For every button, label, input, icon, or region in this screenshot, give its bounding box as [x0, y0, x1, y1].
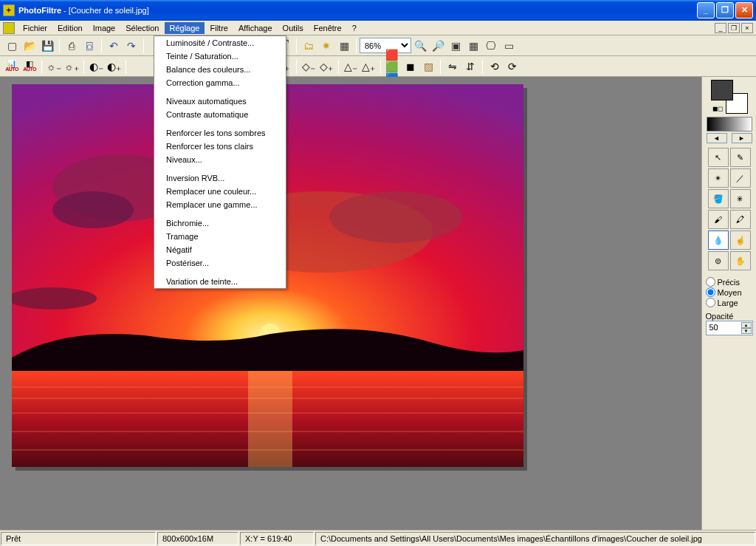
- menu-reglage[interactable]: Réglage: [165, 22, 205, 34]
- clone-tool[interactable]: ⊜: [708, 251, 729, 270]
- dd-bichromie[interactable]: Bichromie...: [154, 216, 286, 230]
- dd-niveaux-auto[interactable]: Niveaux automatiques: [154, 95, 286, 108]
- menu-edition[interactable]: Edition: [52, 22, 88, 34]
- hue-minus[interactable]: △₋: [343, 58, 359, 75]
- dd-balance[interactable]: Balance des couleurs...: [154, 63, 286, 76]
- dd-negatif[interactable]: Négatif: [154, 243, 286, 256]
- saturation-minus[interactable]: ◇₋: [300, 58, 317, 75]
- doc-title: - [Coucher de soleil.jpg]: [61, 6, 149, 15]
- rgb-swap-button[interactable]: 🟥🟩🟦: [385, 58, 401, 75]
- grayscale-button[interactable]: ◼: [402, 58, 419, 75]
- dd-remplacer-couleur[interactable]: Remplacer une couleur...: [154, 185, 286, 198]
- line-tool[interactable]: ／: [730, 168, 751, 188]
- menu-affichage[interactable]: Affichage: [233, 22, 278, 34]
- dd-teinte[interactable]: Teinte / Saturation...: [154, 50, 286, 63]
- opacity-label: Opacité: [706, 312, 753, 321]
- dd-tonsclairs[interactable]: Renforcer les tons clairs: [154, 140, 286, 153]
- move-tool[interactable]: ✋: [730, 251, 751, 270]
- contrast-minus[interactable]: ◐₋: [88, 58, 104, 75]
- fullscreen-button[interactable]: 🖵: [483, 38, 499, 54]
- mdi-minimize[interactable]: _: [715, 23, 726, 33]
- app-title: PhotoFiltre: [18, 6, 61, 15]
- opacity-up[interactable]: ▲: [741, 322, 752, 328]
- dd-variation[interactable]: Variation de teinte...: [154, 275, 286, 288]
- flip-v-button[interactable]: ⇵: [462, 58, 478, 75]
- dd-luminosite[interactable]: Luminosité / Contraste...: [154, 36, 286, 50]
- dd-gamma[interactable]: Correction gamma...: [154, 76, 286, 89]
- menu-help[interactable]: ?: [347, 22, 362, 34]
- dd-inversion[interactable]: Inversion RVB...: [154, 171, 286, 185]
- svg-point-2: [52, 191, 134, 228]
- slideshow-button[interactable]: ▭: [501, 38, 517, 54]
- print-button[interactable]: ⎙: [63, 38, 80, 54]
- smudge-tool[interactable]: ☝: [730, 231, 751, 250]
- swap-colors-icon[interactable]: ◼◻: [712, 105, 723, 112]
- flip-h-button[interactable]: ⇋: [444, 58, 461, 75]
- opacity-spinner[interactable]: 50 ▲▼: [706, 321, 753, 335]
- dd-tramage[interactable]: Tramage: [154, 230, 286, 243]
- grad-next-button[interactable]: ►: [732, 133, 752, 143]
- rotate-ccw-button[interactable]: ⟲: [487, 58, 503, 75]
- app-small-icon: [3, 22, 15, 34]
- foreground-color[interactable]: [711, 80, 733, 100]
- grad-prev-button[interactable]: ◄: [707, 133, 727, 143]
- menu-filtre[interactable]: Filtre: [205, 22, 233, 34]
- fit-window-button[interactable]: ▣: [447, 38, 464, 54]
- mdi-restore[interactable]: ❐: [728, 23, 740, 33]
- opt-precis[interactable]: Précis: [706, 277, 753, 287]
- dd-contraste-auto[interactable]: Contraste automatique: [154, 108, 286, 121]
- fill-tool[interactable]: 🪣: [708, 189, 729, 208]
- opt-moyen[interactable]: Moyen: [706, 287, 753, 297]
- brightness-minus[interactable]: ☼₋: [46, 58, 62, 75]
- zoom-in-button[interactable]: 🔍: [412, 38, 428, 54]
- rotate-cw-button[interactable]: ⟳: [504, 58, 520, 75]
- actual-size-button[interactable]: ▦: [465, 38, 481, 54]
- save-button[interactable]: 💾: [39, 38, 55, 54]
- zoom-out-button[interactable]: 🔎: [430, 38, 446, 54]
- adv-brush-tool[interactable]: 🖍: [730, 210, 751, 229]
- window-titlebar: ✦ PhotoFiltre - [Coucher de soleil.jpg] …: [0, 0, 756, 21]
- new-button[interactable]: ▢: [4, 38, 20, 54]
- menu-selection[interactable]: Sélection: [120, 22, 164, 34]
- scan-button[interactable]: ⌼: [81, 38, 97, 54]
- undo-button[interactable]: ↶: [106, 38, 122, 54]
- module-button[interactable]: ✷: [318, 38, 334, 54]
- dd-remplacer-gamme[interactable]: Remplacer une gamme...: [154, 198, 286, 211]
- canvas-area[interactable]: [0, 77, 701, 530]
- opt-large[interactable]: Large: [706, 298, 753, 307]
- open-button[interactable]: 📂: [21, 38, 38, 54]
- redo-button[interactable]: ↷: [123, 38, 140, 54]
- pointer-tool[interactable]: ↖: [708, 148, 729, 167]
- brightness-plus[interactable]: ☼₊: [63, 58, 80, 75]
- dd-tonssombres[interactable]: Renforcer les tons sombres: [154, 126, 286, 140]
- contrast-plus[interactable]: ◐₊: [106, 58, 122, 75]
- menu-image[interactable]: Image: [88, 22, 121, 34]
- saturation-plus[interactable]: ◇₊: [318, 58, 334, 75]
- pipette-tool[interactable]: ✎: [730, 148, 751, 167]
- auto-contrast-button[interactable]: ◧AUTO: [21, 58, 38, 75]
- gradient-bar[interactable]: [707, 117, 752, 132]
- dd-niveaux[interactable]: Niveaux...: [154, 153, 286, 166]
- window-maximize-button[interactable]: ❐: [716, 2, 734, 18]
- sepia-button[interactable]: ▨: [420, 58, 436, 75]
- auto-levels-button[interactable]: 📊AUTO: [4, 58, 20, 75]
- opacity-down[interactable]: ▼: [741, 328, 752, 334]
- automate-button[interactable]: ▦: [336, 38, 352, 54]
- mdi-close[interactable]: ×: [741, 23, 753, 33]
- spray-tool[interactable]: ⛯: [730, 189, 751, 208]
- statusbar: Prêt 800x600x16M X:Y = 619:40 C:\Documen…: [0, 530, 756, 546]
- toolbar-main: ▢ 📂 💾 ⎙ ⌼ ↶ ↷ T 🗂 ✷ ▦ 86% 🔍 🔎 ▣ ▦ 🖵 ▭: [0, 35, 756, 56]
- svg-point-4: [329, 191, 462, 243]
- window-minimize-button[interactable]: _: [697, 2, 715, 18]
- explore-button[interactable]: 🗂: [300, 38, 317, 54]
- brush-tool[interactable]: 🖌: [708, 210, 729, 229]
- menu-outils[interactable]: Outils: [278, 22, 309, 34]
- color-swatches[interactable]: ◼◻: [711, 80, 748, 114]
- menu-fichier[interactable]: Fichier: [18, 22, 52, 34]
- menu-fenetre[interactable]: Fenêtre: [309, 22, 347, 34]
- hue-plus[interactable]: △₊: [360, 58, 377, 75]
- dd-posteriser[interactable]: Postériser...: [154, 256, 286, 270]
- window-close-button[interactable]: ✕: [735, 2, 753, 18]
- wand-tool[interactable]: ✴: [708, 168, 729, 188]
- blur-tool[interactable]: 💧: [708, 231, 729, 250]
